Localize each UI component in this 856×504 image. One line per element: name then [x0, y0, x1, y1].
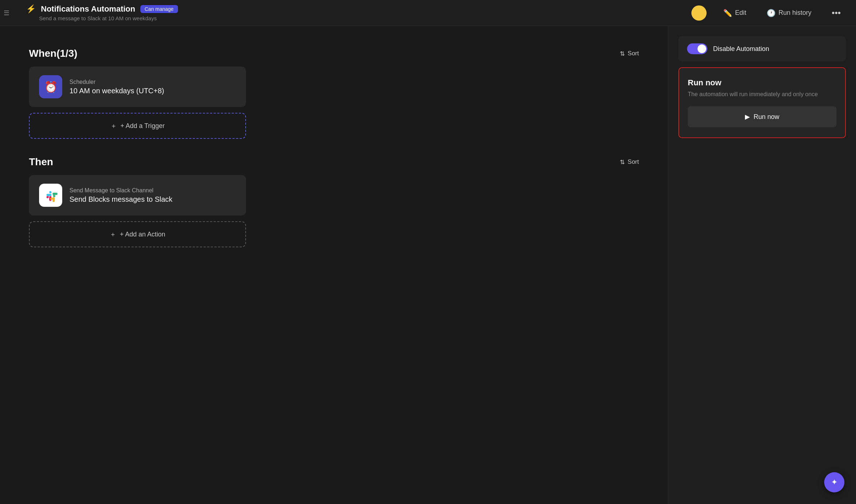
scheduler-label: Scheduler [69, 79, 236, 85]
menu-icon: ☰ [4, 9, 9, 17]
edit-button[interactable]: ✏️ Edit [720, 7, 750, 20]
run-now-description: The automation will run immediately and … [688, 91, 836, 98]
content-area: When(1/3) ⇅ Sort ⏰ Scheduler 10 AM on we… [0, 26, 668, 504]
scheduler-card[interactable]: ⏰ Scheduler 10 AM on weekdays (UTC+8) [29, 67, 246, 107]
disable-toggle[interactable] [687, 43, 707, 54]
avatar [691, 5, 707, 21]
scheduler-card-text: Scheduler 10 AM on weekdays (UTC+8) [69, 79, 236, 95]
permission-badge: Can manage [140, 5, 178, 13]
when-section-title: When(1/3) [29, 48, 77, 59]
run-now-play-icon: ▶ [745, 113, 750, 121]
add-action-plus-icon: ＋ [110, 230, 116, 239]
fab-button[interactable]: ✦ [824, 472, 844, 492]
then-section-header: Then ⇅ Sort [29, 156, 639, 168]
sidebar-toggle[interactable]: ☰ [0, 0, 13, 26]
add-trigger-label: + Add a Trigger [120, 122, 165, 130]
then-section: Then ⇅ Sort [29, 156, 639, 247]
when-sort-button[interactable]: ⇅ Sort [620, 50, 639, 57]
slack-icon-wrap [39, 184, 62, 207]
toggle-knob [698, 44, 706, 53]
more-options-button[interactable]: ••• [828, 6, 844, 20]
then-section-title: Then [29, 156, 53, 168]
when-section-header: When(1/3) ⇅ Sort [29, 48, 639, 59]
slack-card-label: Send Message to Slack Channel [69, 187, 236, 194]
add-action-label: + Add an Action [120, 231, 165, 238]
slack-card-text: Send Message to Slack Channel Send Block… [69, 187, 236, 204]
run-now-title: Run now [688, 78, 836, 87]
then-sort-label: Sort [628, 158, 639, 166]
run-now-button[interactable]: ▶ Run now [688, 106, 836, 127]
run-history-button[interactable]: 🕐 Run history [763, 7, 815, 20]
page-title: Notifications Automation [41, 4, 135, 14]
slack-logo-icon [43, 188, 58, 202]
then-sort-icon: ⇅ [620, 158, 625, 166]
more-icon: ••• [832, 8, 841, 18]
slack-card[interactable]: Send Message to Slack Channel Send Block… [29, 175, 246, 215]
run-now-button-label: Run now [754, 113, 779, 121]
scheduler-icon: ⏰ [44, 81, 58, 93]
main-layout: When(1/3) ⇅ Sort ⏰ Scheduler 10 AM on we… [0, 26, 856, 504]
disable-label: Disable Automation [713, 45, 769, 53]
then-sort-button[interactable]: ⇅ Sort [620, 158, 639, 166]
scheduler-icon-wrap: ⏰ [39, 75, 62, 98]
add-trigger-plus-icon: ＋ [110, 121, 117, 130]
slack-card-value: Send Blocks messages to Slack [69, 195, 236, 204]
disable-toggle-card: Disable Automation [678, 36, 846, 61]
header-right: ✏️ Edit 🕐 Run history ••• [691, 5, 844, 21]
add-action-button[interactable]: ＋ + Add an Action [29, 221, 246, 247]
page-subtitle: Send a message to Slack at 10 AM on week… [39, 15, 178, 21]
edit-label: Edit [735, 9, 746, 17]
run-now-card: Run now The automation will run immediat… [678, 67, 846, 138]
history-icon: 🕐 [767, 9, 776, 17]
header-title-row: ⚡ Notifications Automation Can manage [26, 4, 178, 14]
when-sort-label: Sort [628, 50, 639, 57]
header: ☰ ⚡ Notifications Automation Can manage … [0, 0, 856, 26]
run-history-label: Run history [779, 9, 811, 17]
right-panel: Disable Automation Run now The automatio… [668, 26, 856, 504]
header-left: ⚡ Notifications Automation Can manage Se… [26, 4, 178, 21]
add-trigger-button[interactable]: ＋ + Add a Trigger [29, 113, 246, 139]
automation-icon: ⚡ [26, 4, 36, 14]
sort-icon: ⇅ [620, 50, 625, 57]
scheduler-value: 10 AM on weekdays (UTC+8) [69, 87, 236, 95]
edit-icon: ✏️ [723, 9, 732, 17]
fab-icon: ✦ [831, 478, 838, 487]
when-section: When(1/3) ⇅ Sort ⏰ Scheduler 10 AM on we… [29, 48, 639, 139]
